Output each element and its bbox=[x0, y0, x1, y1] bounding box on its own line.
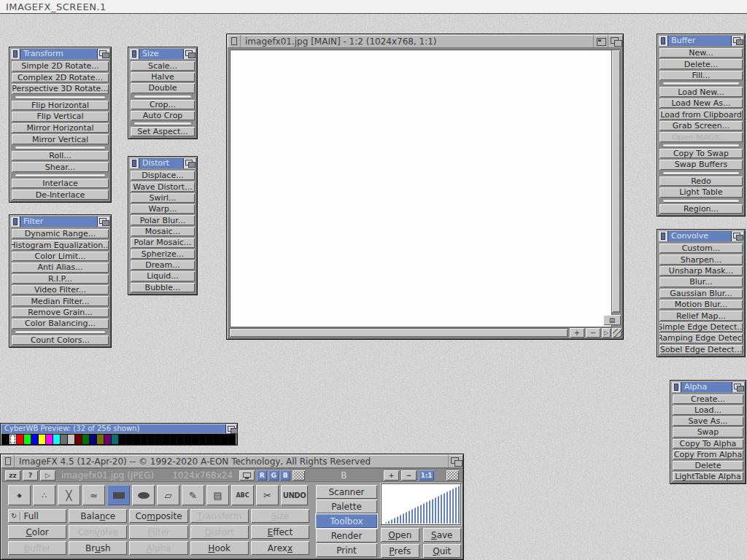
oval-tool[interactable] bbox=[132, 485, 155, 505]
image-canvas[interactable] bbox=[230, 50, 612, 327]
red-channel-toggle[interactable]: R bbox=[257, 470, 267, 481]
sharpen-button[interactable]: Sharpen... bbox=[659, 254, 743, 264]
complex-2d-rotate-button[interactable]: Complex 2D Rotate... bbox=[12, 73, 109, 83]
close-icon[interactable] bbox=[228, 35, 241, 47]
convolve-button[interactable]: Convolve bbox=[69, 525, 127, 539]
print-button[interactable]: Print bbox=[316, 543, 377, 557]
polar-mosaic-button[interactable]: Polar Mosaic... bbox=[131, 238, 195, 247]
color-balancing-button[interactable]: Color Balancing... bbox=[12, 319, 109, 328]
help-button[interactable]: ? bbox=[23, 470, 38, 481]
motion-blur-button[interactable]: Motion Blur... bbox=[659, 300, 743, 309]
scissors-tool[interactable]: ✂ bbox=[256, 485, 279, 505]
green-channel-toggle[interactable]: G bbox=[268, 470, 279, 481]
de-interlace-button[interactable]: De-Interlace bbox=[12, 190, 109, 200]
mirror-vertical-button[interactable]: Mirror Vertical bbox=[12, 134, 109, 144]
perspective-3d-rotate-button[interactable]: Perspective 3D Rotate... bbox=[12, 84, 109, 94]
toolbox-button[interactable]: Toolbox bbox=[316, 514, 377, 528]
load-button[interactable]: Load... bbox=[673, 405, 743, 415]
depth-icon[interactable] bbox=[731, 231, 743, 241]
depth-icon[interactable] bbox=[183, 158, 196, 168]
flip-horizontal-button[interactable]: Flip Horizontal bbox=[12, 101, 109, 111]
monitor-button[interactable] bbox=[239, 470, 255, 481]
filter-button[interactable]: Filter bbox=[129, 525, 187, 539]
dream-button[interactable]: Dream... bbox=[131, 260, 195, 270]
close-icon[interactable] bbox=[130, 158, 139, 168]
zoom-out-button[interactable]: − bbox=[586, 328, 600, 338]
copy-to-swap-button[interactable]: Copy To Swap bbox=[659, 149, 743, 158]
region-button[interactable]: Region... bbox=[659, 204, 743, 214]
arexx-button[interactable]: Arexx bbox=[251, 541, 309, 555]
resize-handle[interactable] bbox=[612, 328, 622, 338]
open-magic-button[interactable]: Open MAGIC... bbox=[659, 132, 743, 141]
balance-button[interactable]: Balance bbox=[69, 509, 127, 523]
median-filter-button[interactable]: Median Filter... bbox=[12, 296, 109, 306]
blur-button[interactable]: Blur... bbox=[659, 277, 743, 287]
set-aspect-button[interactable]: Set Aspect... bbox=[131, 127, 195, 136]
palette-button[interactable]: Palette bbox=[316, 499, 377, 513]
zoom-in-button[interactable]: + bbox=[384, 470, 399, 481]
auto-crop-button[interactable]: Auto Crop bbox=[131, 111, 195, 120]
copy-to-alpha-button[interactable]: Copy To Alpha bbox=[673, 439, 743, 448]
scale-button[interactable]: Scale... bbox=[131, 61, 195, 71]
curve-tool[interactable]: ≈ bbox=[82, 485, 105, 505]
titlebar[interactable]: CyberWB Preview: (32 of 256 shown) bbox=[1, 424, 236, 433]
shear-button[interactable]: Shear... bbox=[12, 162, 109, 172]
fill-button[interactable]: Fill... bbox=[659, 71, 743, 80]
load-from-clipboard-button[interactable]: Load from Clipboard bbox=[659, 109, 743, 119]
bubble-button[interactable]: Bubble... bbox=[131, 283, 195, 292]
polygon-tool[interactable]: ▱ bbox=[157, 485, 179, 505]
roll-button[interactable]: Roll... bbox=[12, 151, 109, 161]
screen-titlebar[interactable]: IMAGEFX_SCREEN.1 bbox=[0, 0, 747, 14]
titlebar[interactable]: Transform bbox=[11, 49, 109, 59]
color-swatch[interactable] bbox=[228, 434, 236, 445]
video-filter-button[interactable]: Video Filter... bbox=[12, 285, 109, 295]
simple-2d-rotate-button[interactable]: Simple 2D Rotate... bbox=[12, 61, 109, 71]
simple-edge-detect-button[interactable]: Simple Edge Detect... bbox=[659, 322, 743, 332]
liquid-button[interactable]: Liquid... bbox=[131, 271, 195, 281]
scanner-button[interactable]: Scanner bbox=[316, 485, 377, 499]
box-tool[interactable] bbox=[107, 485, 130, 505]
undo-button[interactable]: UNDO bbox=[281, 485, 308, 505]
mirror-horizontal-button[interactable]: Mirror Horizontal bbox=[12, 123, 109, 133]
crop-button[interactable]: Crop... bbox=[131, 100, 195, 109]
warp-button[interactable]: Warp... bbox=[131, 204, 195, 214]
alpha-button[interactable]: Alpha bbox=[129, 541, 187, 555]
swirl-button[interactable]: Swirl... bbox=[131, 193, 195, 203]
open-button[interactable]: Open bbox=[381, 528, 419, 542]
text-tool[interactable]: ABC bbox=[231, 485, 254, 505]
flip-vertical-button[interactable]: Flip Vertical bbox=[12, 112, 109, 122]
window-zoom-icon[interactable] bbox=[593, 35, 608, 47]
halve-button[interactable]: Halve bbox=[131, 72, 195, 82]
close-icon[interactable] bbox=[659, 231, 668, 241]
depth-icon[interactable] bbox=[732, 382, 744, 392]
redo-button[interactable]: Redo bbox=[659, 176, 743, 186]
effect-button[interactable]: Effect bbox=[251, 525, 309, 539]
zoom-ratio-button[interactable]: 1:1 bbox=[419, 470, 434, 481]
pattern-box[interactable] bbox=[446, 470, 459, 481]
spherize-button[interactable]: Spherize... bbox=[131, 249, 195, 259]
airbrush-tool[interactable]: ∴ bbox=[33, 485, 55, 505]
load-new-button[interactable]: Load New... bbox=[659, 87, 743, 96]
new-button[interactable]: New... bbox=[659, 48, 743, 58]
horizontal-scrollbar[interactable] bbox=[229, 328, 568, 338]
line-tool[interactable]: ╳ bbox=[58, 485, 80, 505]
blue-channel-toggle[interactable]: B bbox=[280, 470, 290, 481]
swap-button[interactable]: Swap bbox=[673, 427, 743, 437]
displace-button[interactable]: Displace... bbox=[131, 171, 195, 180]
close-icon[interactable] bbox=[659, 36, 668, 46]
titlebar[interactable]: ImageFX 4.5 (12-Apr-20) -- © 1992-2020 A… bbox=[1, 455, 462, 468]
titlebar[interactable]: Distort bbox=[130, 158, 196, 168]
wave-distort-button[interactable]: Wave Distort... bbox=[131, 182, 195, 191]
delete-button[interactable]: Delete... bbox=[659, 59, 743, 69]
titlebar[interactable]: Buffer bbox=[659, 36, 743, 46]
load-new-as-button[interactable]: Load New As... bbox=[659, 98, 743, 108]
buffer-button[interactable]: Buffer bbox=[8, 541, 66, 555]
pan-arrow-button[interactable]: ▷ bbox=[602, 328, 611, 338]
depth-icon[interactable] bbox=[183, 49, 196, 59]
titlebar[interactable]: imagefx01.jpg [MAIN] - 1:2 (1024x768, 1:… bbox=[228, 35, 622, 48]
close-icon[interactable] bbox=[130, 49, 139, 59]
count-colors-button[interactable]: Count Colors... bbox=[12, 335, 109, 345]
vertical-scroll-thumb[interactable] bbox=[612, 50, 620, 312]
custom-button[interactable]: Custom... bbox=[659, 244, 743, 253]
save-button[interactable]: Save bbox=[423, 528, 462, 542]
